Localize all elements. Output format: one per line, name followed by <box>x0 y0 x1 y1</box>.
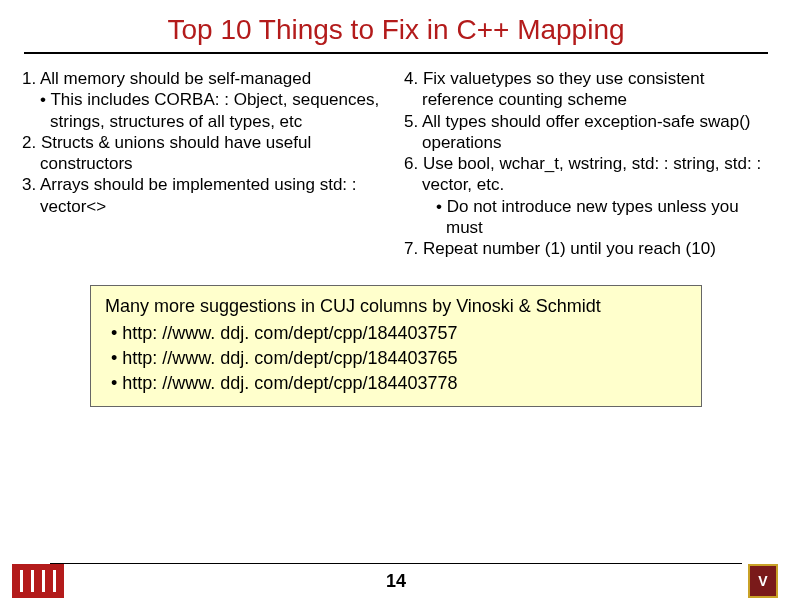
item-1: 1. All memory should be self-managed <box>22 68 388 89</box>
item-6: 6. Use bool, wchar_t, wstring, std: : st… <box>404 153 770 196</box>
page-number: 14 <box>0 571 792 592</box>
box-link-1: http: //www. ddj. com/dept/cpp/184403757 <box>105 323 687 344</box>
right-column: 4. Fix valuetypes so they use consistent… <box>398 68 770 259</box>
item-4: 4. Fix valuetypes so they use consistent… <box>404 68 770 111</box>
item-5: 5. All types should offer exception-safe… <box>404 111 770 154</box>
shield-logo-icon: V <box>748 564 778 598</box>
left-column: 1. All memory should be self-managed Thi… <box>22 68 398 259</box>
item-6-sub: Do not introduce new types unless you mu… <box>404 196 770 239</box>
slide: Top 10 Things to Fix in C++ Mapping 1. A… <box>0 0 792 612</box>
item-3: 3. Arrays should be implemented using st… <box>22 174 388 217</box>
footer-divider <box>50 563 742 564</box>
box-link-3: http: //www. ddj. com/dept/cpp/184403778 <box>105 373 687 394</box>
content-columns: 1. All memory should be self-managed Thi… <box>0 54 792 259</box>
box-link-2: http: //www. ddj. com/dept/cpp/184403765 <box>105 348 687 369</box>
slide-title: Top 10 Things to Fix in C++ Mapping <box>0 0 792 52</box>
box-title: Many more suggestions in CUJ columns by … <box>105 296 687 317</box>
item-2: 2. Structs & unions should have useful c… <box>22 132 388 175</box>
item-7: 7. Repeat number (1) until you reach (10… <box>404 238 770 259</box>
info-box: Many more suggestions in CUJ columns by … <box>90 285 702 407</box>
isis-logo-icon <box>12 564 64 598</box>
item-1-sub: This includes CORBA: : Object, sequences… <box>22 89 388 132</box>
